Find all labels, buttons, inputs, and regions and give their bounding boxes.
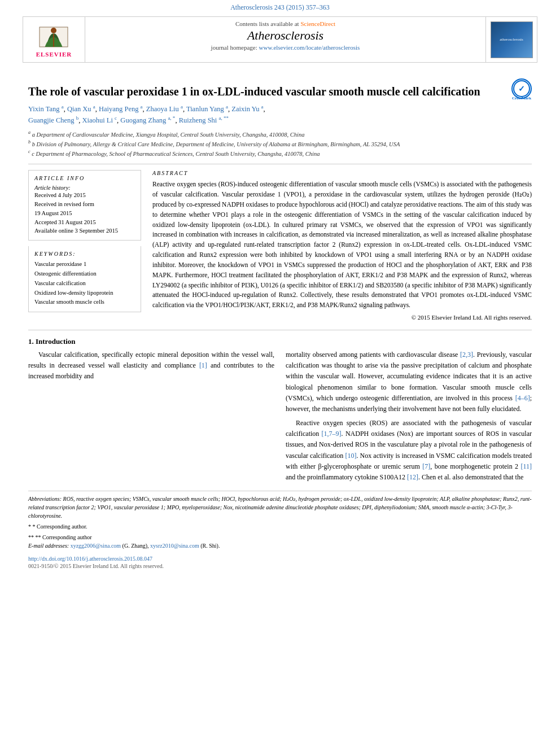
revised-label: Received in revised form <box>34 200 135 209</box>
author-xiaohui-li[interactable]: Xiaohui Li <box>82 116 113 124</box>
article-history-label: Article history: <box>34 185 135 191</box>
ref-11[interactable]: [11] <box>520 462 532 470</box>
ref-2-3[interactable]: [2,3] <box>460 351 473 359</box>
author-yixin-tang[interactable]: Yixin Tang <box>28 105 60 113</box>
journal-title: Atherosclerosis <box>91 28 480 43</box>
keywords-title: Keywords: <box>34 251 135 257</box>
svg-text:✓: ✓ <box>518 85 525 93</box>
elsevier-logo-area: ELSEVIER <box>23 17 85 62</box>
author-guogang-zhang[interactable]: Guogang Zhang <box>120 116 166 124</box>
email-zhang[interactable]: xyzgg2006@sina.com <box>71 543 121 549</box>
ref-12[interactable]: [12] <box>407 473 418 481</box>
keyword-5: Vascular smooth muscle cells <box>34 298 135 307</box>
email-shi[interactable]: xysrz2010@sina.com <box>150 543 199 549</box>
doi-line[interactable]: http://dx.doi.org/10.1016/j.atherosclero… <box>28 556 532 562</box>
journal-header: ELSEVIER Contents lists available at Sci… <box>23 16 537 63</box>
article-title: The role of vascular peroxidase 1 in ox-… <box>28 84 506 99</box>
doi-link[interactable]: http://dx.doi.org/10.1016/j.atherosclero… <box>28 556 152 562</box>
keyword-2: Osteogenic differentiation <box>34 269 135 279</box>
abstract-text: Reactive oxygen species (ROS)-induced os… <box>152 180 532 311</box>
author-guangjie-cheng[interactable]: Guangjie Cheng <box>28 116 75 124</box>
intro-col-left: Vascular calcification, specifically ect… <box>28 350 274 483</box>
elsevier-tree-icon <box>37 21 71 50</box>
article-info-box: ARTICLE INFO Article history: Received 4… <box>28 170 141 241</box>
author-zaixin-yu[interactable]: Zaixin Yu <box>231 105 259 113</box>
ref-1-7-9[interactable]: [1,7–9] <box>322 430 342 438</box>
footnote-email: E-mail addresses: xyzgg2006@sina.com (G.… <box>28 541 532 550</box>
ref-10[interactable]: [10] <box>345 452 356 460</box>
footnotes-area: Abbreviations: ROS, reactive oxygen spec… <box>28 491 532 550</box>
introduction-body: Vascular calcification, specifically ect… <box>28 350 532 483</box>
journal-title-area: Contents lists available at ScienceDirec… <box>85 17 486 62</box>
author-zhaoya-liu[interactable]: Zhaoya Liu <box>146 105 179 113</box>
journal-thumbnail: atherosclerosis <box>486 17 537 62</box>
article-info-abstract-section: ARTICLE INFO Article history: Received 4… <box>28 170 532 321</box>
author-tianlun-yang[interactable]: Tianlun Yang <box>186 105 224 113</box>
affiliation-b: b b Division of Pulmonary, Allergy & Cri… <box>28 139 532 148</box>
abstract-column: ABSTRACT Reactive oxygen species (ROS)-i… <box>152 170 532 321</box>
footnote-star2: ** ** Corresponding author <box>28 533 532 541</box>
affiliation-c: c c Department of Pharmacology, School o… <box>28 148 532 158</box>
section-1-title: 1. Introduction <box>28 337 532 346</box>
author-ruizheng-shi[interactable]: Ruizheng Shi <box>179 116 217 124</box>
keyword-3: Vascular calcification <box>34 279 135 289</box>
journal-homepage: journal homepage: www.elsevier.com/locat… <box>91 44 480 51</box>
abbreviations-text: Abbreviations: ROS, reactive oxygen spec… <box>28 495 532 520</box>
homepage-link[interactable]: www.elsevier.com/locate/atherosclerosis <box>259 44 360 51</box>
issn-line: 0021-9150/© 2015 Elsevier Ireland Ltd. A… <box>28 563 532 569</box>
ref-1[interactable]: [1] <box>199 361 207 369</box>
article-info-title: ARTICLE INFO <box>34 175 135 181</box>
ref-4-6[interactable]: [4–6] <box>515 394 530 402</box>
intro-para-3: Reactive oxygen species (ROS) are associ… <box>286 418 532 483</box>
sciencedirect-link[interactable]: ScienceDirect <box>300 20 335 27</box>
affiliations: a a Department of Cardiovascular Medicin… <box>28 129 532 159</box>
article-info-column: ARTICLE INFO Article history: Received 4… <box>28 170 141 321</box>
affiliation-a: a a Department of Cardiovascular Medicin… <box>28 129 532 139</box>
author-qian-xu[interactable]: Qian Xu <box>67 105 91 113</box>
revised-date: 19 August 2015 <box>34 209 135 218</box>
main-content: The role of vascular peroxidase 1 in ox-… <box>0 63 560 580</box>
journal-reference: Atherosclerosis 243 (2015) 357–363 <box>0 0 560 14</box>
crossmark-icon: ✓ <box>513 80 531 98</box>
available-date: Available online 3 September 2015 <box>34 226 135 235</box>
journal-cover-image: atherosclerosis <box>491 21 533 58</box>
keyword-1: Vascular peroxidase 1 <box>34 260 135 269</box>
svg-point-1 <box>51 28 56 33</box>
elsevier-label: ELSEVIER <box>36 51 72 58</box>
accepted-date: Accepted 31 August 2015 <box>34 218 135 227</box>
authors-line: Yixin Tang a, Qian Xu a, Haiyang Peng a,… <box>28 103 532 126</box>
received-date: Received 4 July 2015 <box>34 191 135 200</box>
copyright-line: © 2015 Elsevier Ireland Ltd. All rights … <box>152 314 532 321</box>
author-haiyang-peng[interactable]: Haiyang Peng <box>99 105 138 113</box>
ref-7[interactable]: [7] <box>422 462 430 470</box>
keywords-box: Keywords: Vascular peroxidase 1 Osteogen… <box>28 246 141 312</box>
keyword-4: Oxidized low-density lipoprotein <box>34 289 135 298</box>
abstract-title: ABSTRACT <box>152 170 532 176</box>
intro-col-right: mortality observed among patients with c… <box>286 350 532 483</box>
intro-para-2: mortality observed among patients with c… <box>286 350 532 414</box>
footnote-star1: * * Corresponding author. <box>28 522 532 531</box>
crossmark-badge[interactable]: ✓ CrossMark <box>511 78 532 99</box>
contents-line: Contents lists available at ScienceDirec… <box>91 20 480 27</box>
intro-para-1: Vascular calcification, specifically ect… <box>28 350 274 382</box>
